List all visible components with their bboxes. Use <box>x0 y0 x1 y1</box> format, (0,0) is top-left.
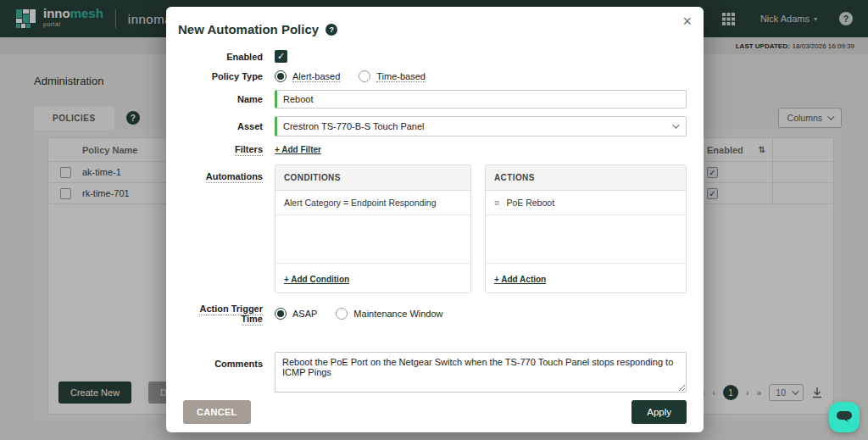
name-label: Name <box>178 94 263 104</box>
action-trigger-time-label: Action Trigger Time <box>178 304 263 324</box>
asap-label[interactable]: ASAP <box>292 309 317 319</box>
action-item[interactable]: ≡ PoE Reboot <box>486 191 686 215</box>
modal-header: New Automation Policy ? <box>178 22 687 36</box>
maintenance-window-radio[interactable] <box>336 308 348 320</box>
policy-type-row: Policy Type Alert-based Time-based <box>178 70 687 82</box>
alert-based-radio[interactable] <box>275 70 287 82</box>
actions-panel: ACTIONS ≡ PoE Reboot + Add Action <box>485 164 687 293</box>
time-based-label[interactable]: Time-based <box>376 71 426 82</box>
add-action-link[interactable]: + Add Action <box>494 275 546 284</box>
asap-radio[interactable] <box>275 308 287 320</box>
apply-button[interactable]: Apply <box>632 400 687 424</box>
condition-text: Alert Category = Endpoint Responding <box>284 198 437 208</box>
conditions-panel: CONDITIONS Alert Category = Endpoint Res… <box>275 164 471 293</box>
enabled-row: Enabled ✓ <box>178 50 687 63</box>
conditions-header: CONDITIONS <box>275 165 470 191</box>
asset-select[interactable]: Crestron TS-770-B-S Touch Panel <box>275 116 687 136</box>
modal-title: New Automation Policy <box>178 22 319 36</box>
automations-row: Automations CONDITIONS Alert Category = … <box>178 164 687 293</box>
alert-based-label[interactable]: Alert-based <box>292 71 340 82</box>
maintenance-window-label[interactable]: Maintenance Window <box>353 309 442 319</box>
action-text: PoE Reboot <box>506 198 554 208</box>
chevron-down-icon <box>672 121 679 128</box>
comments-row: Comments Reboot the PoE Port on the Netg… <box>178 352 687 393</box>
policy-type-label: Policy Type <box>178 71 263 81</box>
chat-widget-button[interactable] <box>829 402 860 432</box>
name-row: Name <box>178 90 687 109</box>
add-condition-link[interactable]: + Add Condition <box>284 275 349 284</box>
actions-header: ACTIONS <box>486 165 686 191</box>
add-filter-link[interactable]: + Add Filter <box>275 145 321 154</box>
comments-textarea[interactable]: Reboot the PoE Port on the Netgear Switc… <box>275 352 687 393</box>
enabled-label: Enabled <box>178 52 263 62</box>
name-input[interactable] <box>275 90 687 109</box>
enabled-checkbox[interactable]: ✓ <box>275 50 287 63</box>
automations-label: Automations <box>178 171 263 181</box>
asset-select-value: Crestron TS-770-B-S Touch Panel <box>283 121 425 131</box>
actions-empty-area <box>486 215 686 263</box>
modal-help-icon[interactable]: ? <box>326 24 337 36</box>
filters-row: Filters + Add Filter <box>178 144 687 154</box>
new-automation-policy-modal: × New Automation Policy ? Enabled ✓ Poli… <box>166 7 704 432</box>
drag-handle-icon[interactable]: ≡ <box>494 198 499 208</box>
filters-label: Filters <box>178 144 263 154</box>
chat-bubble-icon <box>836 409 853 425</box>
cancel-button[interactable]: CANCEL <box>183 400 251 424</box>
close-icon[interactable]: × <box>682 14 692 29</box>
conditions-empty-area <box>275 215 470 263</box>
screen: innomesh portal innoma ers ▾ Nick Adams … <box>0 0 868 440</box>
time-based-radio[interactable] <box>359 70 370 82</box>
trigger-time-row: Action Trigger Time ASAP Maintenance Win… <box>178 304 687 324</box>
comments-label: Comments <box>178 359 263 369</box>
asset-row: Asset Crestron TS-770-B-S Touch Panel <box>178 116 687 136</box>
asset-label: Asset <box>178 121 263 131</box>
condition-item[interactable]: Alert Category = Endpoint Responding <box>275 191 470 215</box>
modal-footer: CANCEL Apply <box>178 400 687 424</box>
